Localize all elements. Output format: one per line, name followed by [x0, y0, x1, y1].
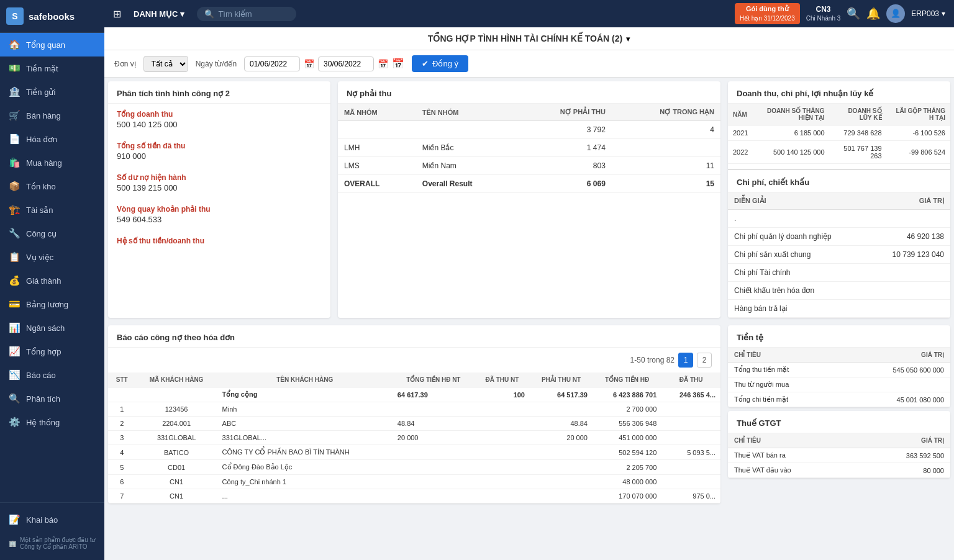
sidebar-item-bán-hàng[interactable]: 🛒Bán hàng — [0, 104, 104, 127]
sidebar-item-label: Tổng quan — [26, 40, 65, 50]
cost-row: Chi phí quản lý doanh nghiệp46 920 138 — [728, 228, 950, 246]
sidebar-item-label: Tồn kho — [26, 182, 56, 191]
sidebar-item-tài-sản[interactable]: 🏗️Tài sản — [0, 198, 104, 222]
sidebar-item-báo-cáo[interactable]: 📉Báo cáo — [0, 363, 104, 387]
receivables-card: Nợ phải thu MÃ NHÓM TÊN NHÓM NỢ PHẢI THU… — [338, 81, 720, 318]
revenue-row: 2022500 140 125 000501 767 139 263-99 80… — [728, 141, 950, 164]
tax-col-chi-tieu: CHỈ TIÊU — [728, 433, 856, 448]
sidebar-icon: 💵 — [9, 63, 20, 74]
debt-item: Tổng số tiền đã thu910 000 — [108, 135, 330, 167]
sidebar-company: 🏢 Một sản phẩm được đầu tư Công ty Cổ ph… — [0, 531, 104, 555]
sidebar-item-tổng-hợp[interactable]: 📈Tổng hợp — [0, 340, 104, 363]
search-navbar-icon[interactable]: 🔍 — [847, 7, 860, 20]
don-vi-select[interactable]: Tất cả — [143, 56, 188, 72]
user-menu[interactable]: ERP003 ▾ — [911, 9, 945, 18]
cost-table: DIỄN GIẢI GIÁ TRỊ .Chi phí quản lý doanh… — [728, 192, 950, 318]
cash-col-chi-tieu: CHỈ TIÊU — [728, 348, 842, 363]
invoice-title: Báo cáo công nợ theo hóa đơn — [108, 325, 720, 348]
invoice-row: 4BATICOCÔNG TY CỔ PHẦN BAO BÌ TÍN THÀNH5… — [108, 445, 720, 460]
sidebar-item-vụ-việc[interactable]: 📋Vụ việc — [0, 245, 104, 269]
date-to-input[interactable] — [318, 56, 374, 71]
revenue-row: 20216 185 000729 348 628-6 100 526 — [728, 125, 950, 141]
tax-table: CHỈ TIÊU GIÁ TRỊ Thuế VAT bán ra363 592 … — [728, 433, 950, 478]
sidebar-item-giá-thành[interactable]: 💰Giá thành — [0, 269, 104, 292]
sidebar-item-mua-hàng[interactable]: 🛍️Mua hàng — [0, 151, 104, 174]
sidebar-item-tồn-kho[interactable]: 📦Tồn kho — [0, 174, 104, 198]
debt-value: 910 000 — [117, 151, 322, 161]
chevron-down-icon: ▾ — [942, 9, 945, 18]
rev-col-luy-ke: DOANH SỐ LŨY KẾ — [830, 104, 887, 125]
sidebar-item-label: Mua hàng — [26, 158, 62, 168]
date-from-input[interactable] — [244, 56, 300, 71]
chevron-down-icon[interactable]: ▾ — [626, 34, 630, 43]
sidebar-icon: 📊 — [9, 322, 20, 333]
sidebar-item-tiền-mặt[interactable]: 💵Tiền mặt — [0, 56, 104, 80]
sidebar-item-tiền-gửi[interactable]: 🏦Tiền gửi — [0, 80, 104, 104]
tax-card: Thuế GTGT CHỈ TIÊU GIÁ TRỊ Thuế VAT bán … — [728, 411, 950, 478]
main-area: ⊞ DANH MỤC ▾ 🔍 Gói dùng thử Hết hạn 31/1… — [104, 0, 954, 560]
sidebar-item-hệ-thống[interactable]: ⚙️Hệ thống — [0, 410, 104, 434]
sidebar-item-khaibao[interactable]: 📝 Khai báo — [0, 508, 104, 531]
sidebar-item-phân-tích[interactable]: 🔍Phân tích — [0, 387, 104, 410]
sidebar-item-label: Tiền mặt — [26, 64, 58, 73]
recv-col-ten: TÊN NHÓM — [416, 104, 518, 121]
revenue-card: Doanh thu, chi phí, lợi nhuận lũy kế NĂM… — [728, 81, 950, 318]
sidebar-icon: 🔍 — [9, 393, 20, 404]
sidebar-icon: 🛍️ — [9, 157, 20, 168]
debt-label: Tổng doanh thu — [117, 110, 322, 119]
date-label: Ngày từ/đến — [196, 60, 237, 68]
inv-col-stt: STT — [108, 373, 136, 387]
trial-badge: Gói dùng thử Hết hạn 31/12/2023 — [735, 3, 800, 24]
inv-col-phai-thu-nt: PHẢI THU NT — [530, 373, 593, 387]
page-btn-2[interactable]: 2 — [697, 353, 712, 368]
date-range-icon[interactable]: 📅 — [392, 58, 404, 70]
sidebar-item-label: Vụ việc — [26, 253, 53, 262]
confirm-button[interactable]: ✔ Đồng ý — [412, 55, 468, 72]
inv-col-tong-nt: TỔNG TIỀN HĐ NT — [393, 373, 475, 387]
page-btn-1[interactable]: 1 — [678, 353, 693, 368]
debt-analysis-card: Phân tích tình hình công nợ 2 Tổng doanh… — [108, 81, 330, 318]
sidebar-item-tổng-quan[interactable]: 🏠Tổng quan — [0, 33, 104, 56]
sidebar-item-bảng-lương[interactable]: 💳Bảng lương — [0, 292, 104, 316]
sidebar-item-label: Bảng lương — [26, 300, 68, 309]
debt-label: Hệ số thu tiền/doanh thu — [117, 237, 322, 245]
sidebar-item-label: Phân tích — [26, 394, 60, 404]
sidebar-icon: 🏠 — [9, 39, 20, 50]
filter-bar: Đơn vị Tất cả Ngày từ/đến 📅 📅 📅 ✔ Đồng ý — [104, 50, 954, 78]
calendar-icon[interactable]: 📅 — [304, 59, 314, 69]
sidebar-item-label: Tài sản — [26, 205, 53, 215]
search-bar[interactable]: 🔍 — [197, 7, 296, 21]
sidebar-item-công-cụ[interactable]: 🔧Công cụ — [0, 222, 104, 245]
cash-row: Thu từ người mua — [728, 377, 950, 392]
nav-menu-danhmuc[interactable]: DANH MỤC ▾ — [127, 6, 191, 22]
sidebar-item-label: Ngân sách — [26, 323, 65, 333]
search-icon: 🔍 — [204, 9, 214, 19]
sidebar-icon: 📋 — [9, 251, 20, 263]
cost-row: Chiết khấu trên hóa đơn — [728, 282, 950, 300]
calendar-icon-2[interactable]: 📅 — [378, 59, 388, 69]
grid-icon[interactable]: ⊞ — [113, 8, 121, 20]
debt-value: 500 139 215 000 — [117, 183, 322, 192]
inv-col-da-thu-nt: ĐÃ THU NT — [475, 373, 530, 387]
rev-col-nam: NĂM — [728, 104, 753, 125]
tax-col-gia-tri: GIÁ TRỊ — [856, 433, 950, 448]
invoice-row: 3331GLOBAL331GLOBAL...20 00020 000451 00… — [108, 431, 720, 445]
cost-col-dien-giai: DIỄN GIẢI — [728, 192, 868, 210]
rev-col-lai-gop: LÃI GỘP THÁNG H TẠI — [887, 104, 950, 125]
bell-icon[interactable]: 🔔 — [866, 7, 880, 20]
cash-card: Tiền tệ CHỈ TIÊU GIÁ TRỊ Tổng thu tiền m… — [728, 325, 950, 407]
debt-label: Số dư nợ hiện hành — [117, 173, 322, 182]
receivables-title: Nợ phải thu — [338, 81, 720, 104]
debt-value: 549 604.533 — [117, 215, 322, 224]
sidebar-nav: 🏠Tổng quan💵Tiền mặt🏦Tiền gửi🛒Bán hàng📄Hó… — [0, 33, 104, 434]
sidebar-item-hóa-đơn[interactable]: 📄Hóa đơn — [0, 127, 104, 151]
recv-row: LMHMiền Bắc1 474 — [338, 139, 720, 157]
debt-items: Tổng doanh thu500 140 125 000Tổng số tiề… — [108, 104, 330, 253]
receivables-table-wrapper: MÃ NHÓM TÊN NHÓM NỢ PHẢI THU NỢ TRONG HẠ… — [338, 104, 720, 193]
sidebar-item-ngân-sách[interactable]: 📊Ngân sách — [0, 316, 104, 340]
sidebar-item-label: Tiền gửi — [26, 88, 55, 97]
revenue-table-wrapper: NĂM DOANH SỐ THÁNG HIỆN TẠI DOANH SỐ LŨY… — [728, 104, 950, 164]
search-input[interactable] — [218, 9, 280, 19]
invoice-row: 6CN1Công ty_Chi nhánh 148 000 000 — [108, 475, 720, 489]
tax-title: Thuế GTGT — [728, 411, 950, 433]
